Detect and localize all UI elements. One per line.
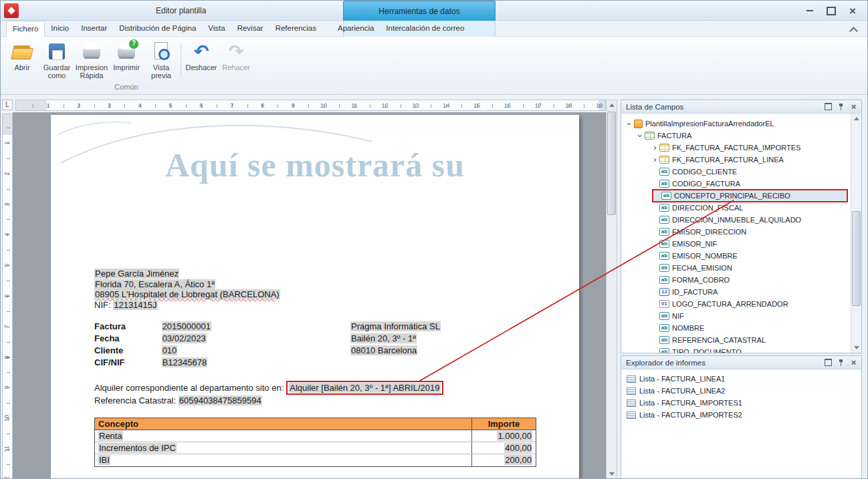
tree-item[interactable]: DIRECCION_INMUEBLE_ALQUILADO [621, 214, 850, 226]
merge-field-line[interactable]: Florida 70, Escalera A, Ático 1ª [94, 279, 280, 290]
invoice-field-row[interactable]: CIF/NIF B12345678 [94, 357, 211, 369]
minimize-icon[interactable] [802, 5, 818, 17]
amount-merge-field[interactable]: 1.000,00 [497, 431, 532, 441]
annotated-merge-field[interactable]: Alquiler [Bailén 20, 3º - 1ª] ABRIL/2019 [286, 381, 443, 395]
tree-item[interactable]: NOMBRE [621, 322, 850, 334]
document-scrollbar[interactable] [606, 100, 617, 479]
tab-stop-selector[interactable] [2, 100, 13, 110]
expander-icon[interactable] [636, 132, 645, 140]
tree-item[interactable]: FECHA_EMISION [621, 262, 850, 274]
table-row[interactable]: Incrementos de IPC 400,00 [95, 442, 536, 454]
ribbon-button[interactable]: Guardar como [39, 39, 74, 82]
ribbon-tab[interactable]: Insertar [75, 21, 113, 37]
ribbon-tab[interactable]: Referencias [269, 21, 322, 37]
float-panel-icon[interactable] [823, 102, 833, 112]
pin-panel-icon[interactable] [836, 358, 846, 367]
pin-panel-icon[interactable] [836, 102, 846, 112]
ribbon-tab[interactable]: Intercalación de correo [380, 21, 470, 37]
expander-icon[interactable] [625, 120, 634, 128]
subject-line[interactable]: Alquiler correspondiente al departamento… [94, 381, 443, 395]
invoice-field-row[interactable]: Factura 2015000001 [94, 321, 211, 333]
merge-field-line[interactable]: Pepe García Jiménez [94, 269, 280, 279]
catastral-merge-field[interactable]: 60594038475859594 [179, 395, 262, 406]
field-list-scrollbar[interactable] [851, 114, 861, 353]
ribbon-button[interactable]: Deshacer [184, 39, 219, 82]
table-row[interactable]: IBI 200,00 [95, 454, 536, 466]
invoice-field-row[interactable]: Fecha 03/02/2023 [94, 333, 211, 345]
document-canvas[interactable]: Aquí se mostrará su Pepe García Jiménez … [13, 112, 606, 479]
amount-merge-field[interactable]: 200,00 [504, 455, 532, 465]
ribbon-tab[interactable]: Apariencia [332, 21, 380, 37]
invoice-merge-field[interactable]: 2015000001 [162, 321, 211, 331]
tree-item[interactable]: CONCEPTO_PRINCIPAL_RECIBO [653, 190, 847, 202]
ribbon-button[interactable]: Vista previa [144, 39, 179, 82]
nif-merge-field[interactable]: 12131415J [113, 300, 157, 310]
company-line[interactable]: Pragma Informática SL [350, 321, 441, 333]
close-icon[interactable] [845, 5, 861, 17]
amount-merge-field[interactable]: 400,00 [504, 443, 532, 453]
tree-item[interactable]: EMISOR_NOMBRE [621, 250, 850, 262]
expander-icon[interactable] [651, 142, 659, 153]
scroll-down-icon[interactable] [851, 343, 861, 353]
ribbon-button[interactable]: Imprimir [109, 39, 144, 82]
float-panel-icon[interactable] [823, 358, 833, 367]
list-item[interactable]: Lista - FACTURA_IMPORTES1 [621, 397, 861, 409]
concept-table[interactable]: Concepto Importe Renta 1.000,00 Incr [94, 418, 536, 467]
concept-merge-field[interactable]: IBI [98, 455, 110, 465]
document-page[interactable]: Aquí se mostrará su Pepe García Jiménez … [51, 115, 579, 479]
tree-item[interactable]: CODIGO_FACTURA [621, 178, 850, 190]
catastral-line[interactable]: Referencia Catastral: 60594038475859594 [94, 395, 262, 406]
ribbon-button[interactable]: Abrir [5, 39, 39, 82]
tree-item[interactable]: FK_FACTURA_FACTURA_LINEA [621, 154, 850, 166]
company-line[interactable]: Bailén 20, 3º - 1ª [350, 333, 441, 345]
invoice-merge-field[interactable]: B12345678 [162, 357, 208, 367]
tree-item[interactable]: EMISOR_DIRECCION [621, 226, 850, 238]
concept-merge-field[interactable]: Renta [98, 431, 123, 441]
vertical-ruler[interactable]: 123456789101112 [2, 114, 13, 479]
horizontal-ruler[interactable]: 12345678910111213141516171819 [15, 100, 606, 111]
table-row[interactable]: Renta 1.000,00 [95, 430, 536, 442]
invoice-merge-field[interactable]: 03/02/2023 [162, 333, 207, 343]
scrollbar-thumb[interactable] [852, 211, 861, 306]
tree-item[interactable]: LOGO_FACTURA_ARRENDADOR [621, 298, 850, 310]
ribbon-button[interactable]: Impresion Rápida [74, 39, 109, 82]
ribbon-tab[interactable]: Vista [202, 21, 231, 37]
collapse-ribbon-icon[interactable] [849, 25, 858, 33]
close-panel-icon[interactable] [849, 102, 859, 112]
list-item[interactable]: Lista - FACTURA_LINEA1 [621, 373, 861, 385]
tree-item[interactable]: EMISOR_NIF [621, 238, 850, 250]
list-item[interactable]: Lista - FACTURA_LINEA2 [621, 385, 861, 397]
invoice-field-row[interactable]: Cliente 010 [94, 345, 211, 357]
tree-item[interactable]: FACTURA [621, 130, 850, 142]
list-item[interactable]: Lista - FACTURA_IMPORTES2 [621, 409, 861, 421]
ribbon-button[interactable]: Rehacer [219, 39, 253, 82]
tree-item[interactable]: NIF [621, 310, 850, 322]
tree-item[interactable]: FK_FACTURA_FACTURA_IMPORTES [621, 142, 850, 154]
tree-item[interactable]: ID_FACTURA [621, 286, 850, 298]
ribbon-tab[interactable]: Distribución de Página [113, 21, 202, 37]
report-explorer-panel-header[interactable]: Explorador de informes [621, 356, 861, 369]
ribbon-tab[interactable]: Fichero [6, 21, 45, 37]
scroll-up-icon[interactable] [607, 100, 617, 110]
invoice-merge-field[interactable]: 010 [162, 345, 178, 355]
ribbon-tab[interactable]: Inicio [45, 21, 75, 37]
expander-icon[interactable] [651, 154, 659, 165]
scrollbar-thumb[interactable] [607, 112, 616, 215]
close-panel-icon[interactable] [849, 358, 859, 367]
tree-item[interactable]: REFERENCIA_CATASTRAL [621, 334, 850, 346]
merge-field-line[interactable]: 08905 L'Hospitalet de Llobregat (BARCELO… [94, 289, 280, 300]
contextual-tab-group-header[interactable]: Herramientas de datos [343, 1, 496, 21]
ribbon-tab[interactable]: Revisar [231, 21, 269, 37]
scroll-up-icon[interactable] [851, 114, 861, 124]
nif-line[interactable]: NIF: 12131415J [94, 300, 158, 310]
tree-item[interactable]: CODIGO_CLIENTE [621, 166, 850, 178]
tree-item[interactable]: TIPO_DOCUMENTO [621, 346, 850, 353]
field-list-panel-header[interactable]: Lista de Campos [621, 100, 861, 114]
concept-merge-field[interactable]: Incrementos de IPC [98, 443, 177, 453]
tree-item[interactable]: PlantillaImpresionFacturaArrendadorEL [621, 118, 850, 130]
tree-item[interactable]: FORMA_COBRO [621, 274, 850, 286]
scroll-down-icon[interactable] [607, 469, 617, 479]
restore-icon[interactable] [823, 5, 839, 17]
tree-item[interactable]: DIRECCION_FISCAL [621, 202, 850, 214]
company-line[interactable]: 08010 Barcelona [350, 345, 441, 357]
